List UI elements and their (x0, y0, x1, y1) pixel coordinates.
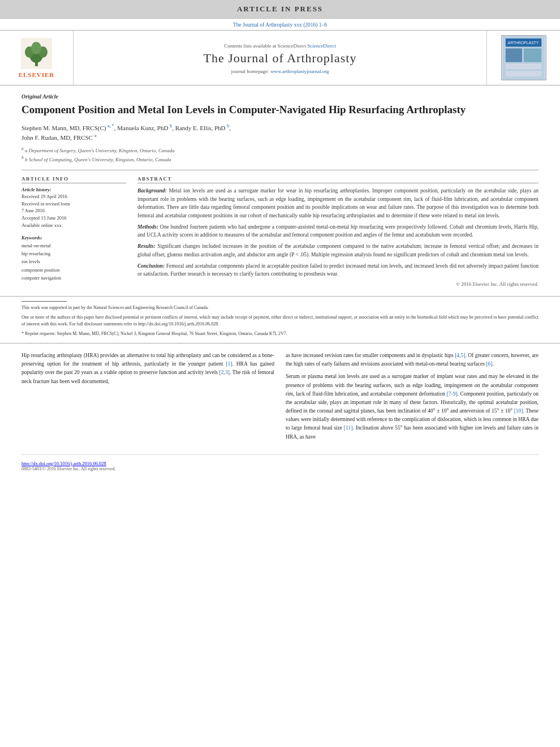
elsevier-logo-block: ELSEVIER (0, 31, 74, 85)
journal-title: The Journal of Arthroplasty (204, 51, 357, 66)
svg-text:ARTHROPLASTY: ARTHROPLASTY (508, 41, 539, 45)
revised-date: Received in revised form 7 June 2016 (21, 200, 126, 215)
article-title: Component Position and Metal Ion Levels … (21, 103, 539, 117)
background-text: Metal ion levels are used as a surrogate… (137, 188, 539, 218)
journal-center-block: Contents lists available at ScienceDirec… (74, 31, 486, 85)
main-text-columns: Hip resurfacing arthroplasty (HRA) provi… (21, 351, 539, 445)
conclusion-text: Femoral and acetabular components placed… (137, 263, 539, 277)
abstract-results: Results: Significant changes included in… (137, 242, 539, 259)
ref-10[interactable]: [10] (514, 408, 523, 414)
footnote-divider (21, 301, 67, 302)
ref-2-3[interactable]: [2,3] (219, 370, 230, 375)
svg-rect-9 (506, 48, 522, 62)
affiliations: a a Department of Surgery, Queen's Unive… (21, 145, 539, 164)
article-authors: Stephen M. Mann, MD, FRCS(C) a, *, Manue… (21, 123, 539, 142)
main-para-1: Hip resurfacing arthroplasty (HRA) provi… (21, 351, 274, 386)
background-label: Background: (137, 188, 167, 194)
keyword-4: component position (21, 266, 126, 274)
press-banner-text: ARTICLE IN PRESS (237, 5, 323, 13)
conclusion-label: Conclusion: (137, 263, 165, 269)
available-online: Available online xxx (21, 222, 126, 229)
page: ARTICLE IN PRESS The Journal of Arthropl… (0, 0, 560, 747)
received-date: Received 19 April 2016 (21, 193, 126, 200)
abstract-copyright: © 2016 Elsevier Inc. All rights reserved… (137, 281, 539, 287)
article-header: Original Article Component Position and … (0, 85, 560, 293)
main-para-r1: as have increased revision rates for sma… (286, 351, 539, 368)
doi-link: http://dx.doi.org/10.1016/j.arth.2016.06… (21, 461, 539, 466)
history-label: Article history: (21, 187, 126, 192)
footnote-area: This work was supported in part by the N… (0, 296, 560, 337)
keyword-5: computer navigation (21, 274, 126, 282)
svg-point-5 (31, 42, 41, 54)
svg-rect-11 (506, 64, 541, 70)
keywords-list: metal-on-metal hip resurfacing ion level… (21, 242, 126, 282)
elsevier-tree-icon (21, 38, 52, 69)
journal-thumb-image: ARTHROPLASTY (502, 36, 545, 80)
sciencedirect-line: Contents lists available at ScienceDirec… (224, 43, 336, 49)
main-content: Hip resurfacing arthroplasty (HRA) provi… (0, 343, 560, 477)
footnote-2: One or more of the authors of this paper… (21, 314, 539, 328)
abstract-text: Background: Metal ion levels are used as… (137, 187, 539, 278)
article-info-col: ARTICLE INFO Article history: Received 1… (21, 176, 126, 287)
elsevier-name-text: ELSEVIER (19, 71, 55, 78)
ref-4-5[interactable]: [4,5] (455, 353, 465, 358)
methods-text: One hundred fourteen patients who had un… (137, 224, 539, 238)
press-banner: ARTICLE IN PRESS (0, 0, 560, 19)
footnote-3: * Reprint requests: Stephen M. Mann, MD,… (21, 330, 539, 337)
issn-line: 0883-5403/© 2016 Elsevier Inc. All right… (21, 466, 539, 471)
keyword-1: metal-on-metal (21, 242, 126, 250)
elsevier-logo: ELSEVIER (19, 38, 55, 78)
main-text-col2: as have increased revision rates for sma… (286, 351, 539, 445)
article-info-heading: ARTICLE INFO (21, 176, 126, 183)
ref-7-9[interactable]: [7-9] (447, 391, 458, 397)
abstract-heading: ABSTRACT (137, 176, 539, 183)
results-text: Significant changes included increases i… (137, 243, 539, 257)
sciencedirect-link[interactable]: ScienceDirect (307, 43, 335, 49)
accepted-date: Accepted 13 June 2016 (21, 214, 126, 222)
affiliation-a: a a Department of Surgery, Queen's Unive… (21, 145, 539, 154)
homepage-line: journal homepage: www.arthroplastyjourna… (231, 68, 329, 74)
abstract-methods: Methods: One hundred fourteen patients w… (137, 223, 539, 239)
abstract-conclusion: Conclusion: Femoral and acetabular compo… (137, 262, 539, 278)
ref-6[interactable]: [6] (486, 361, 492, 367)
footnote-1: This work was supported in part by the N… (21, 304, 539, 311)
keywords-label: Keywords: (21, 235, 126, 241)
doi-url[interactable]: http://dx.doi.org/10.1016/j.arth.2016.06… (21, 461, 106, 466)
results-label: Results: (137, 243, 156, 249)
ref-1[interactable]: [1] (226, 361, 232, 367)
main-para-r2: Serum or plasma metal ion levels are use… (286, 372, 539, 441)
journal-logo-right: ARTHROPLASTY (486, 31, 560, 85)
main-text-col1: Hip resurfacing arthroplasty (HRA) provi… (21, 351, 274, 445)
article-type: Original Article (21, 93, 539, 100)
keyword-3: ion levels (21, 257, 126, 265)
journal-ref-text: The Journal of Arthroplasty xxx (2016) 1… (233, 22, 327, 28)
svg-rect-10 (524, 48, 541, 62)
info-abstract-section: ARTICLE INFO Article history: Received 1… (21, 170, 539, 287)
abstract-col: ABSTRACT Background: Metal ion levels ar… (137, 176, 539, 287)
ref-11[interactable]: [11] (344, 425, 352, 431)
keyword-2: hip resurfacing (21, 250, 126, 257)
journal-thumbnail: ARTHROPLASTY (501, 35, 546, 80)
svg-rect-12 (506, 71, 541, 76)
doi-issn-area: http://dx.doi.org/10.1016/j.arth.2016.06… (21, 454, 539, 471)
journal-ref-line: The Journal of Arthroplasty xxx (2016) 1… (0, 19, 560, 30)
homepage-url[interactable]: www.arthroplastyjournal.org (270, 68, 329, 74)
affiliation-b: b b School of Computing, Queen's Univers… (21, 154, 539, 164)
abstract-background: Background: Metal ion levels are used as… (137, 187, 539, 220)
journal-header: ELSEVIER Contents lists available at Sci… (0, 30, 560, 85)
methods-label: Methods: (137, 224, 158, 230)
